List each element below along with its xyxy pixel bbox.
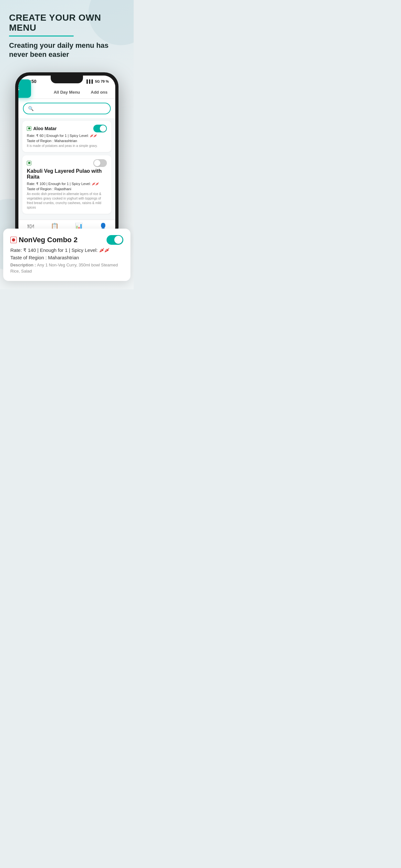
nonveg-dot-floating <box>12 238 15 242</box>
toggle-aloo-matar[interactable] <box>93 125 107 132</box>
floating-chili-icon: 🌶🌶 <box>99 247 110 253</box>
food-name-kabuli-pulao: Kabuli Veg Layered Pulao with Raita <box>27 168 107 180</box>
background-wrapper: CREATE YOUR OWN MENU Creating your daily… <box>0 0 134 289</box>
tab-add-ons[interactable]: Add ons <box>83 86 115 98</box>
phone-frame: 11:50 ▌▌▌ 5G 79% Items All Day Menu <box>15 72 119 242</box>
items-list: Aloo Matar Rate: ₹ 60 | Enough for 1 | S… <box>19 118 115 220</box>
food-desc-kabuli-pulao: An exotic dish presented in alternate la… <box>27 192 107 210</box>
chili-aloo-matar: 🌶🌶 <box>90 134 97 137</box>
tab-bar: Items All Day Menu Add ons <box>19 86 115 99</box>
toggle-nonveg-combo[interactable] <box>106 235 123 245</box>
status-bar: 11:50 ▌▌▌ 5G 79% <box>19 75 115 86</box>
items-tab-floating[interactable]: Items <box>19 80 31 98</box>
search-input-wrapper[interactable]: 🔍 <box>23 103 111 114</box>
chili-kabuli-pulao: 🌶🌶 <box>92 182 99 186</box>
toggle-kabuli-pulao[interactable] <box>93 159 107 167</box>
veg-dot-2 <box>28 162 30 164</box>
food-name-aloo-matar: Aloo Matar <box>33 126 57 131</box>
food-region-aloo-matar: Taste of Region : Maharashtrian <box>27 139 107 143</box>
food-card-aloo-matar: Aloo Matar Rate: ₹ 60 | Enough for 1 | S… <box>22 121 112 152</box>
floating-food-meta: Rate: ₹ 140 | Enough for 1 | Spicy Level… <box>10 247 123 253</box>
veg-indicator <box>27 126 31 131</box>
food-meta-aloo-matar: Rate: ₹ 60 | Enough for 1 | Spicy Level:… <box>27 134 107 138</box>
card-title-row-2 <box>27 161 31 165</box>
floating-card-title-row: NonVeg Combo 2 <box>10 236 78 244</box>
header-section: CREATE YOUR OWN MENU Creating your daily… <box>0 0 134 66</box>
nonveg-indicator-floating <box>10 237 17 243</box>
main-title: CREATE YOUR OWN MENU <box>9 13 125 33</box>
floating-food-desc: Description : Any 1 Non-Veg Curry, 350ml… <box>10 262 123 275</box>
food-meta-kabuli-pulao: Rate: ₹ 100 | Enough for 1 | Spicy Level… <box>27 182 107 186</box>
title-underline <box>9 35 73 36</box>
network-type: 5G <box>95 80 100 83</box>
search-input[interactable] <box>36 106 105 111</box>
battery-percent: 79 <box>101 80 104 83</box>
food-region-kabuli-pulao: Taste of Region : Rajasthani <box>27 187 107 191</box>
phone-inner: 11:50 ▌▌▌ 5G 79% Items All Day Menu <box>19 75 115 238</box>
toggle-knob <box>100 125 106 132</box>
veg-indicator-2 <box>27 161 31 165</box>
search-icon: 🔍 <box>28 106 34 111</box>
floating-card-nonveg-combo: NonVeg Combo 2 Rate: ₹ 140 | Enough for … <box>3 228 130 281</box>
notch <box>51 75 83 83</box>
floating-food-name: NonVeg Combo 2 <box>19 236 78 244</box>
floating-food-region: Taste of Region : Maharashtrian <box>10 255 123 260</box>
search-container: 🔍 <box>19 99 115 118</box>
toggle-knob-2 <box>94 160 100 166</box>
food-desc-aloo-matar: It is made of potatoes and peas in a sim… <box>27 144 107 148</box>
status-icons: ▌▌▌ 5G 79% <box>87 80 109 83</box>
toggle-knob-floating <box>114 236 122 244</box>
phone-wrapper: 11:50 ▌▌▌ 5G 79% Items All Day Menu <box>0 72 134 242</box>
subtitle: Creating your daily menu has never been … <box>9 41 125 59</box>
card-title-row: Aloo Matar <box>27 126 57 131</box>
tab-all-day-menu[interactable]: All Day Menu <box>51 86 83 98</box>
veg-dot <box>28 127 30 129</box>
signal-icon: ▌▌▌ <box>87 80 94 83</box>
food-card-kabuli-pulao: Kabuli Veg Layered Pulao with Raita Rate… <box>22 155 112 214</box>
